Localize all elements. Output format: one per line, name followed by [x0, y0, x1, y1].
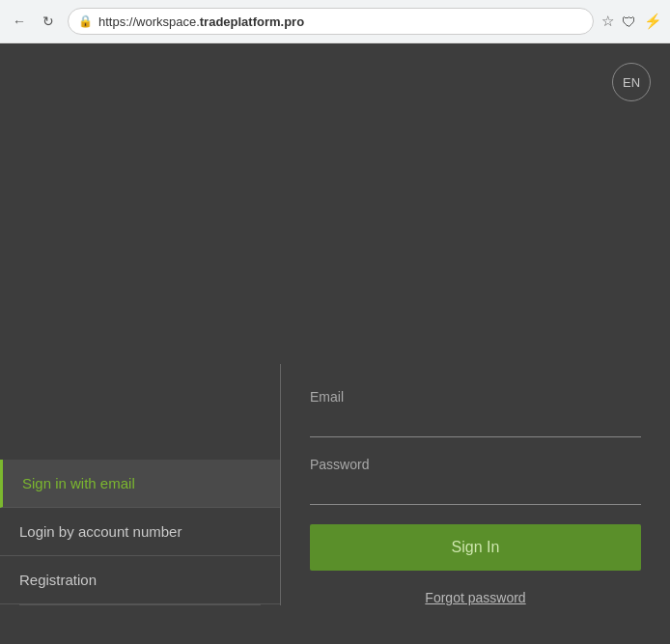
password-input[interactable]: [310, 476, 641, 505]
email-label: Email: [310, 389, 641, 405]
back-button[interactable]: ←: [8, 10, 31, 33]
page-content: EN Sign in with email Login by account n…: [0, 43, 670, 644]
sidebar-divider: [19, 604, 261, 605]
nav-buttons: ← ↻: [8, 10, 60, 33]
url-text: https://workspace.tradeplatform.pro: [98, 14, 304, 29]
lock-icon: 🔒: [78, 14, 93, 28]
sidebar-item-sign-in-email-label: Sign in with email: [22, 475, 135, 491]
sidebar: Sign in with email Login by account numb…: [0, 460, 280, 644]
form-area: Email Password Sign In Forgot password: [281, 389, 670, 644]
email-input[interactable]: [310, 408, 641, 437]
sign-in-button[interactable]: Sign In: [310, 524, 641, 571]
browser-chrome: ← ↻ 🔒 https://workspace.tradeplatform.pr…: [0, 0, 670, 43]
reload-button[interactable]: ↻: [37, 10, 60, 33]
sidebar-item-login-account[interactable]: Login by account number: [0, 508, 280, 556]
sidebar-item-registration[interactable]: Registration: [0, 556, 280, 604]
bookmark-icon[interactable]: ☆: [601, 13, 614, 30]
browser-icons: ☆ 🛡 ⚡: [601, 13, 662, 30]
sidebar-item-login-account-label: Login by account number: [19, 523, 181, 540]
main-layout: Sign in with email Login by account numb…: [0, 43, 670, 644]
password-field-group: Password: [310, 457, 641, 505]
forgot-password-link[interactable]: Forgot password: [310, 590, 641, 605]
address-bar[interactable]: 🔒 https://workspace.tradeplatform.pro: [68, 8, 594, 35]
sidebar-item-sign-in-email[interactable]: Sign in with email: [0, 460, 280, 508]
password-label: Password: [310, 457, 641, 472]
extension-icon[interactable]: ⚡: [644, 13, 662, 30]
sidebar-item-registration-label: Registration: [19, 572, 97, 588]
email-field-group: Email: [310, 389, 641, 437]
url-bold: tradeplatform.pro: [200, 14, 304, 29]
shield-icon: 🛡: [622, 14, 636, 30]
